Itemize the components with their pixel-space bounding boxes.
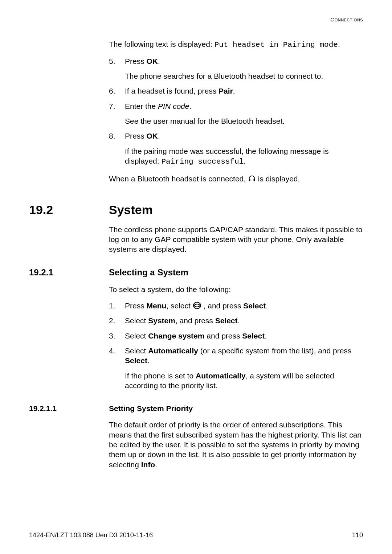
text: , and press	[201, 301, 244, 310]
text: Select	[125, 332, 148, 340]
text: , select	[166, 301, 192, 310]
text: The phone searches for a Bluetooth heads…	[125, 71, 363, 81]
step-number: 1.	[109, 301, 125, 311]
step-number: 3.	[109, 331, 125, 341]
text: .	[266, 301, 268, 310]
text: (or a specific system from the list), an…	[198, 346, 351, 355]
code-text: Put headset in Pairing mode	[215, 41, 338, 49]
text-bold: Automatically	[196, 372, 246, 380]
text: Enter the	[125, 102, 158, 110]
page-footer: 1424-EN/LZT 103 088 Uen D3 2010-11-16 11…	[29, 531, 363, 539]
list-item: 5. Press OK. The phone searches for a Bl…	[109, 56, 363, 81]
section-body: The cordless phone supports GAP/CAP stan…	[109, 225, 363, 254]
text: The following text is displayed:	[109, 40, 215, 48]
body-column: The following text is displayed: Put hea…	[109, 39, 363, 184]
text-bold: Select	[243, 301, 266, 310]
step-list-b: 1. Press Menu, select , and press Select…	[109, 301, 363, 390]
text-bold: OK	[147, 57, 158, 65]
footer-left: 1424-EN/LZT 103 088 Uen D3 2010-11-16	[29, 531, 153, 539]
section-number: 19.2	[29, 202, 109, 218]
text: .	[147, 356, 150, 365]
text: If the phone is set to	[125, 372, 196, 380]
step-body: Enter the PIN code. See the user manual …	[125, 101, 363, 126]
footer-page-number: 110	[352, 531, 363, 539]
list-item: 8. Press OK. If the pairing mode was suc…	[109, 131, 363, 167]
text: .	[233, 87, 235, 95]
text-bold: Select	[125, 356, 147, 365]
page: Connections The following text is displa…	[0, 0, 392, 554]
step-body: If a headset is found, press Pair.	[125, 86, 363, 96]
text: If a headset is found, press	[125, 87, 219, 95]
step-body: Press OK. If the pairing mode was succes…	[125, 131, 363, 167]
bluetooth-connected-note: When a Bluetooth headset is connected, i…	[109, 174, 363, 184]
text: .	[158, 132, 160, 140]
section-body: The default order of priority is the ord…	[109, 420, 363, 469]
text-italic: PIN code	[158, 102, 189, 110]
text-bold: Select	[215, 316, 238, 325]
step-body: Select Automatically (or a specific syst…	[125, 346, 363, 390]
text: When a Bluetooth headset is connected,	[109, 175, 248, 183]
section-title: System	[109, 202, 363, 218]
section-title: Selecting a System	[109, 267, 363, 278]
header-title: Connections	[330, 16, 363, 22]
svg-rect-0	[249, 179, 250, 181]
text-bold: Select	[242, 332, 265, 340]
section-body: To select a system, do the following: 1.…	[109, 284, 363, 390]
text: See the user manual for the Bluetooth he…	[125, 116, 363, 126]
step-body: Press OK. The phone searches for a Bluet…	[125, 56, 363, 81]
list-item: 1. Press Menu, select , and press Select…	[109, 301, 363, 311]
text: .	[189, 102, 191, 110]
text: .	[338, 40, 340, 48]
text-bold: OK	[147, 132, 158, 140]
headset-icon	[248, 175, 256, 182]
text-bold: Change system	[148, 332, 204, 340]
step-list-a: 5. Press OK. The phone searches for a Bl…	[109, 56, 363, 167]
text: , and press	[175, 316, 215, 325]
text-bold: Menu	[147, 301, 167, 310]
text: .	[155, 460, 157, 469]
list-item: 3. Select Change system and press Select…	[109, 331, 363, 341]
text: The cordless phone supports GAP/CAP stan…	[109, 225, 363, 254]
text: Press	[125, 301, 147, 310]
section-number: 19.2.1.1	[29, 403, 109, 413]
text: .	[238, 316, 240, 325]
step-number: 8.	[109, 131, 125, 167]
section-heading-19-2: 19.2 System	[29, 202, 363, 218]
text-bold: Pair	[219, 87, 233, 95]
step-number: 4.	[109, 346, 125, 390]
section-heading-19-2-1: 19.2.1 Selecting a System	[29, 267, 363, 278]
text: .	[265, 332, 267, 340]
step-body: Press Menu, select , and press Select.	[125, 301, 363, 311]
text: .	[244, 157, 246, 165]
step-body: Select Change system and press Select.	[125, 331, 363, 341]
intro-paragraph: The following text is displayed: Put hea…	[109, 39, 363, 50]
text: The default order of priority is the ord…	[109, 420, 363, 469]
text: and press	[204, 332, 242, 340]
text: To select a system, do the following:	[109, 284, 363, 294]
text: Select	[125, 316, 148, 325]
svg-rect-1	[254, 179, 255, 181]
text-bold: System	[148, 316, 175, 325]
section-heading-19-2-1-1: 19.2.1.1 Setting System Priority	[29, 403, 363, 413]
list-item: 2. Select System, and press Select.	[109, 316, 363, 325]
svg-point-2	[193, 302, 201, 309]
text: Press	[125, 132, 147, 140]
text: Press	[125, 57, 147, 65]
step-number: 2.	[109, 316, 125, 325]
list-item: 6. If a headset is found, press Pair.	[109, 86, 363, 96]
section-title: Setting System Priority	[109, 403, 363, 413]
text-bold: Info	[141, 460, 155, 469]
code-text: Pairing successful	[161, 157, 244, 166]
text: is displayed.	[258, 175, 300, 183]
page-header: Connections	[29, 16, 363, 23]
text: Select	[125, 346, 148, 355]
list-item: 4. Select Automatically (or a specific s…	[109, 346, 363, 390]
text-bold: Automatically	[148, 346, 198, 355]
list-item: 7. Enter the PIN code. See the user manu…	[109, 101, 363, 126]
connections-icon	[193, 301, 201, 309]
text: .	[158, 57, 160, 65]
step-number: 5.	[109, 56, 125, 81]
step-body: Select System, and press Select.	[125, 316, 363, 325]
section-number: 19.2.1	[29, 267, 109, 278]
step-number: 7.	[109, 101, 125, 126]
